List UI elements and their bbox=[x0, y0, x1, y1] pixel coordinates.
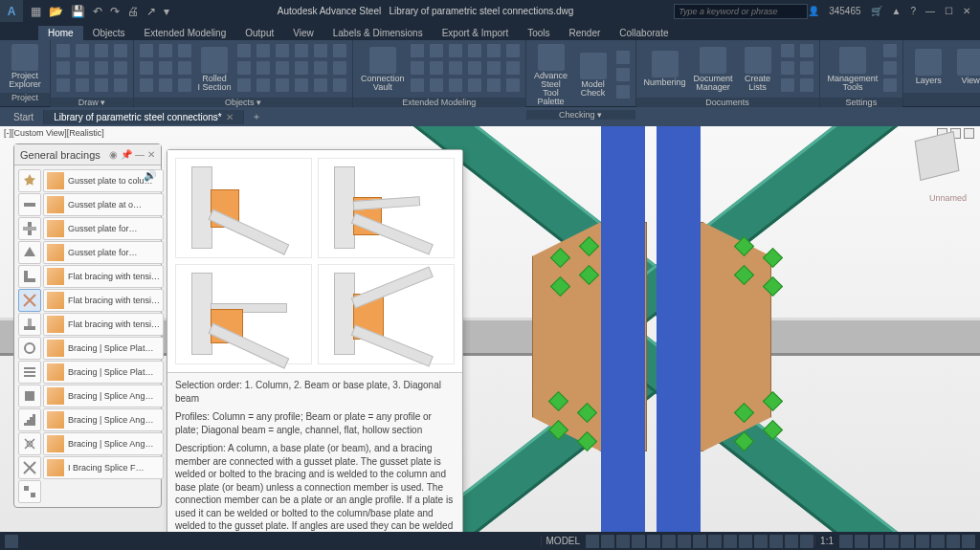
cat-misc-icon[interactable] bbox=[18, 480, 41, 503]
tool-palette-button[interactable]: Advance Steel Tool Palette bbox=[530, 42, 572, 108]
units-icon[interactable] bbox=[870, 535, 883, 548]
palette-item[interactable]: Gusset plate at o… bbox=[43, 193, 164, 216]
palette-camera-icon[interactable]: ◉ bbox=[109, 149, 118, 160]
speaker-icon[interactable]: 🔊 bbox=[144, 169, 157, 182]
cat-bracing-icon[interactable] bbox=[18, 289, 41, 312]
grid-icon[interactable] bbox=[586, 535, 599, 548]
anno-autoscale-icon[interactable] bbox=[800, 535, 813, 548]
connection-vault-button[interactable]: Connection Vault bbox=[357, 45, 409, 94]
qat-redo-icon[interactable]: ↷ bbox=[110, 5, 120, 18]
lock-ui-icon[interactable] bbox=[901, 535, 914, 548]
dynamic-input-icon[interactable] bbox=[678, 535, 691, 548]
cat-cross-icon[interactable] bbox=[18, 456, 41, 479]
close-icon[interactable]: ✕ bbox=[963, 6, 970, 16]
qat-share-icon[interactable]: ↗ bbox=[146, 5, 156, 18]
palette-close-icon[interactable]: ✕ bbox=[147, 149, 155, 160]
snap-icon[interactable] bbox=[601, 535, 614, 548]
panel-label[interactable]: Checking ▾ bbox=[526, 110, 635, 120]
qat-save-icon[interactable]: 💾 bbox=[71, 5, 85, 18]
document-manager-button[interactable]: Document Manager bbox=[690, 45, 737, 94]
user-name[interactable]: 345465 bbox=[829, 6, 860, 16]
palette-item[interactable]: Flat bracing with tensi… bbox=[43, 313, 164, 336]
cat-base-plate-icon[interactable] bbox=[18, 313, 41, 336]
layers-button[interactable]: Layers bbox=[907, 47, 949, 87]
cat-stair-icon[interactable] bbox=[18, 408, 41, 431]
workspace-icon[interactable] bbox=[839, 535, 853, 548]
cat-turnbuckle-icon[interactable] bbox=[18, 432, 41, 455]
transparency-icon[interactable] bbox=[708, 535, 722, 548]
3dosnap-icon[interactable] bbox=[739, 535, 752, 548]
model-check-button[interactable]: Model Check bbox=[572, 51, 614, 99]
view-button[interactable]: View bbox=[949, 47, 980, 87]
cat-plate-icon[interactable] bbox=[18, 241, 41, 264]
basket-icon[interactable]: 🛒 bbox=[871, 6, 882, 16]
palette-item[interactable]: Flat bracing with tensi… bbox=[43, 265, 164, 288]
cat-purlin-icon[interactable] bbox=[18, 361, 41, 384]
signin-icon[interactable]: 👤 bbox=[808, 6, 819, 16]
clean-screen-icon[interactable] bbox=[947, 535, 960, 548]
gizmo-icon[interactable] bbox=[769, 535, 783, 548]
anno-scale[interactable]: 1:1 bbox=[814, 536, 838, 546]
rolled-i-section-button[interactable]: Rolled I Section bbox=[193, 45, 235, 94]
palette-item[interactable]: Bracing | Splice Plat… bbox=[43, 337, 164, 360]
palette-item[interactable]: Bracing | Splice Ang… bbox=[43, 432, 164, 455]
palette-item[interactable]: Gusset plate for… bbox=[43, 241, 164, 264]
doctab-start[interactable]: Start bbox=[4, 110, 44, 124]
command-line-icon[interactable] bbox=[5, 535, 18, 548]
tab-extended-modeling[interactable]: Extended Modeling bbox=[135, 26, 236, 40]
tab-tools[interactable]: Tools bbox=[518, 26, 559, 40]
customize-icon[interactable] bbox=[962, 535, 975, 548]
viewport[interactable]: [-][Custom View][Realistic] bbox=[0, 126, 980, 532]
minimize-icon[interactable]: — bbox=[925, 6, 935, 16]
tab-export-import[interactable]: Export & Import bbox=[433, 26, 518, 40]
qat-print-icon[interactable]: 🖨 bbox=[127, 5, 139, 18]
cat-column-beam-icon[interactable] bbox=[18, 217, 41, 240]
cat-concrete-icon[interactable] bbox=[18, 385, 41, 407]
ortho-icon[interactable] bbox=[616, 535, 630, 548]
isolate-icon[interactable] bbox=[916, 535, 929, 548]
qat-grid-icon[interactable]: ▦ bbox=[31, 5, 41, 18]
project-explorer-button[interactable]: Project Explorer bbox=[4, 42, 46, 91]
maximize-icon[interactable]: ☐ bbox=[945, 6, 953, 16]
palette-item[interactable]: Bracing | Splice Plat… bbox=[43, 361, 164, 384]
ucs-name[interactable]: Unnamed bbox=[929, 193, 967, 203]
tracking-icon[interactable] bbox=[662, 535, 676, 548]
qat-undo-icon[interactable]: ↶ bbox=[93, 5, 102, 18]
palette-item[interactable]: Flat bracing with tensi… bbox=[43, 289, 164, 312]
help-icon[interactable]: ? bbox=[910, 6, 916, 16]
cat-tube-icon[interactable] bbox=[18, 337, 41, 360]
palette-minimize-icon[interactable]: — bbox=[135, 149, 145, 160]
palette-item[interactable]: Bracing | Splice Ang… bbox=[43, 385, 164, 407]
panel-label[interactable]: Draw ▾ bbox=[51, 98, 133, 107]
anno-visibility-icon[interactable] bbox=[785, 535, 798, 548]
cat-star-icon[interactable] bbox=[18, 169, 41, 192]
hardware-accel-icon[interactable] bbox=[931, 535, 945, 548]
ucs-icon[interactable] bbox=[754, 535, 768, 548]
qat-open-icon[interactable]: 📂 bbox=[49, 5, 63, 18]
tab-objects[interactable]: Objects bbox=[83, 26, 135, 40]
tab-view[interactable]: View bbox=[283, 26, 323, 40]
lineweight-icon[interactable] bbox=[693, 535, 706, 548]
viewcube[interactable] bbox=[917, 136, 967, 186]
palette-titlebar[interactable]: General bracings ◉ 📌 — ✕ bbox=[14, 144, 161, 165]
tab-collaborate[interactable]: Collaborate bbox=[610, 26, 678, 40]
search-input[interactable] bbox=[674, 4, 808, 19]
qat-more-icon[interactable]: ▾ bbox=[164, 5, 169, 18]
tab-output[interactable]: Output bbox=[235, 26, 283, 40]
tab-labels-dimensions[interactable]: Labels & Dimensions bbox=[323, 26, 433, 40]
palette-item[interactable]: Gusset plate for… bbox=[43, 217, 164, 240]
tab-render[interactable]: Render bbox=[560, 26, 611, 40]
model-space-button[interactable]: MODEL bbox=[541, 536, 586, 546]
anno-monitor-icon[interactable] bbox=[855, 535, 868, 548]
app-logo[interactable]: A bbox=[0, 0, 23, 22]
numbering-button[interactable]: Numbering bbox=[640, 49, 690, 89]
palette-item[interactable]: Bracing | Splice Ang… bbox=[43, 408, 164, 431]
palette-pin-icon[interactable]: 📌 bbox=[121, 149, 132, 160]
management-tools-button[interactable]: Management Tools bbox=[824, 45, 882, 94]
polar-icon[interactable] bbox=[632, 535, 645, 548]
tab-home[interactable]: Home bbox=[38, 26, 83, 40]
osnap-icon[interactable] bbox=[647, 535, 660, 548]
doctab-close-icon[interactable]: ✕ bbox=[226, 112, 234, 122]
cat-beam-end-icon[interactable] bbox=[18, 193, 41, 216]
create-lists-button[interactable]: Create Lists bbox=[737, 45, 779, 94]
